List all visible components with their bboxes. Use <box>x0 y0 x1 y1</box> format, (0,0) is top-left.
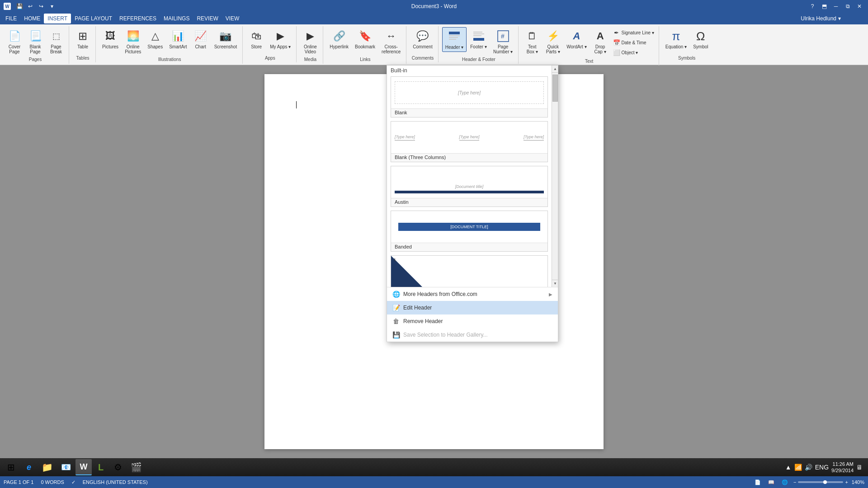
status-bar: PAGE 1 OF 1 0 WORDS ✓ ENGLISH (UNITED ST… <box>0 476 868 488</box>
start-button[interactable]: ⊞ <box>2 459 20 475</box>
menu-review[interactable]: REVIEW <box>193 14 222 23</box>
taskbar-lync[interactable]: L <box>93 459 109 475</box>
cross-reference-button[interactable]: ↔ Cross-reference <box>379 27 403 56</box>
user-name: Ulrika Hedlund <box>801 15 836 22</box>
ribbon-group-media: ▶ OnlineVideo Media <box>297 26 323 64</box>
screenshot-button[interactable]: 📷 Screenshot <box>212 27 240 51</box>
taskbar-app6[interactable]: 🎬 <box>127 459 146 475</box>
taskbar-word[interactable]: W <box>75 459 92 475</box>
language-label[interactable]: ENG <box>815 464 829 471</box>
menu-references[interactable]: REFERENCES <box>116 14 160 23</box>
shapes-button[interactable]: △ Shapes <box>145 27 165 51</box>
taskbar-explorer[interactable]: 📁 <box>38 459 57 475</box>
minimize-button[interactable]: ─ <box>831 1 841 11</box>
print-layout-view-button[interactable]: 📄 <box>753 477 763 487</box>
text-box-button[interactable]: 🗒 TextBox ▾ <box>522 27 542 56</box>
store-button[interactable]: 🛍 Store <box>246 27 266 51</box>
header-banded-item[interactable]: [DOCUMENT TITLE] Banded <box>391 211 548 252</box>
hyperlink-button[interactable]: 🔗 Hyperlink <box>327 27 351 51</box>
blank-preview-text: [Type here] <box>458 90 481 95</box>
menu-file[interactable]: FILE <box>2 14 20 23</box>
zoom-in-button[interactable]: + <box>845 479 848 485</box>
ribbon-display-button[interactable]: ⬒ <box>819 1 829 11</box>
redo-qa-button[interactable]: ↪ <box>36 1 46 11</box>
language-indicator[interactable]: ENGLISH (UNITED STATES) <box>83 479 148 485</box>
save-qa-button[interactable]: 💾 <box>14 1 24 11</box>
zoom-thumb[interactable] <box>823 480 827 484</box>
header-blank-three-col-preview: [Type here] [Type here] [Type here] <box>391 122 547 153</box>
menu-page-layout[interactable]: PAGE LAYOUT <box>71 14 116 23</box>
volume-icon[interactable]: 🔊 <box>805 464 812 471</box>
help-button[interactable]: ? <box>807 1 817 11</box>
taskbar-ie[interactable]: e <box>21 459 37 475</box>
header-blank-item[interactable]: [Type here] Blank <box>391 76 548 117</box>
network-icon[interactable]: 📶 <box>794 464 802 471</box>
quick-parts-button[interactable]: ⚡ QuickParts ▾ <box>543 27 563 56</box>
page-break-icon: ⬚ <box>49 29 63 43</box>
blank-page-button[interactable]: 📃 BlankPage <box>25 27 45 56</box>
online-pictures-icon: 🌅 <box>126 29 140 43</box>
menu-home[interactable]: HOME <box>20 14 44 23</box>
read-mode-view-button[interactable]: 📖 <box>766 477 776 487</box>
web-layout-view-button[interactable]: 🌐 <box>780 477 790 487</box>
chart-button[interactable]: 📈 Chart <box>191 27 211 51</box>
show-hidden-icons-button[interactable]: ▲ <box>785 464 792 471</box>
symbol-button[interactable]: Ω Symbol <box>690 27 711 51</box>
menu-mailings[interactable]: MAILINGS <box>160 14 193 23</box>
footer-button[interactable]: Footer ▾ <box>467 27 490 51</box>
signature-line-button[interactable]: ✒ Signature Line ▾ <box>611 28 656 37</box>
online-video-icon: ▶ <box>303 29 317 43</box>
spelling-icon[interactable]: ✓ <box>71 479 75 485</box>
comment-button[interactable]: 💬 Comment <box>410 27 435 51</box>
show-desktop-button[interactable]: 🖥 <box>856 464 863 471</box>
text-group-label: Text <box>522 58 656 66</box>
cover-page-button[interactable]: 📄 CoverPage <box>5 27 24 56</box>
more-headers-action[interactable]: 🌐 More Headers from Office.com ▶ <box>387 287 558 301</box>
online-pictures-button[interactable]: 🌅 OnlinePictures <box>122 27 144 56</box>
table-button[interactable]: ⊞ Table <box>73 27 93 51</box>
taskbar-app5[interactable]: ⚙ <box>110 459 126 475</box>
restore-button[interactable]: ⧉ <box>843 1 853 11</box>
my-apps-button[interactable]: ▶ My Apps ▾ <box>267 27 293 51</box>
equation-label: Equation ▾ <box>665 44 687 49</box>
facet-preview-box: 1 <box>391 256 547 287</box>
header-austin-item[interactable]: [Document title] Austin <box>391 166 548 207</box>
wordart-button[interactable]: A WordArt ▾ <box>564 27 589 51</box>
ribbon-group-illustrations: 🖼 Pictures 🌅 OnlinePictures △ Shapes 📊 S… <box>97 26 243 64</box>
header-facet-even-item[interactable]: 1 Facet (Even Page) <box>391 255 548 287</box>
smartart-button[interactable]: 📊 SmartArt <box>166 27 189 51</box>
cover-page-label: CoverPage <box>9 44 21 54</box>
bookmark-button[interactable]: 🔖 Bookmark <box>352 27 378 51</box>
taskbar-time[interactable]: 11:26 AM 9/29/2014 <box>831 461 854 474</box>
header-button[interactable]: Header ▾ <box>442 27 467 52</box>
edit-header-action[interactable]: 📝 Edit Header <box>387 301 558 314</box>
undo-qa-button[interactable]: ↩ <box>25 1 35 11</box>
remove-header-action[interactable]: 🗑 Remove Header <box>387 314 558 328</box>
close-button[interactable]: ✕ <box>854 1 864 11</box>
table-icon: ⊞ <box>75 29 90 43</box>
dropdown-builtin-label: Built-in <box>387 66 552 76</box>
equation-button[interactable]: π Equation ▾ <box>663 27 689 51</box>
page-break-button[interactable]: ⬚ PageBreak <box>46 27 66 56</box>
online-video-button[interactable]: ▶ OnlineVideo <box>300 27 320 56</box>
zoom-out-button[interactable]: − <box>793 479 796 485</box>
scrollbar-down-button[interactable]: ▼ <box>552 280 558 287</box>
header-facet-even-preview: 1 <box>391 256 547 287</box>
menu-view[interactable]: VIEW <box>222 14 243 23</box>
zoom-level[interactable]: 140% <box>852 479 864 485</box>
taskbar-outlook[interactable]: 📧 <box>57 459 75 475</box>
customize-qa-button[interactable]: ▾ <box>47 1 57 11</box>
scrollbar-up-button[interactable]: ▲ <box>552 66 558 73</box>
page-number-button[interactable]: # PageNumber ▾ <box>491 27 515 56</box>
header-blank-three-col-item[interactable]: [Type here] [Type here] [Type here] Blan… <box>391 121 548 162</box>
pictures-button[interactable]: 🖼 Pictures <box>99 27 121 51</box>
date-time-button[interactable]: 📅 Date & Time <box>611 38 656 47</box>
menu-insert[interactable]: INSERT <box>44 14 71 23</box>
quick-access-toolbar: 💾 ↩ ↪ ▾ <box>14 1 57 11</box>
drop-cap-button[interactable]: A DropCap ▾ <box>590 27 610 56</box>
zoom-track[interactable] <box>798 481 843 483</box>
scrollbar-thumb[interactable] <box>552 75 558 102</box>
wordart-icon: A <box>569 29 584 43</box>
object-button[interactable]: ⬜ Object ▾ <box>611 48 656 57</box>
user-area[interactable]: Ulrika Hedlund ▾ <box>801 13 841 24</box>
